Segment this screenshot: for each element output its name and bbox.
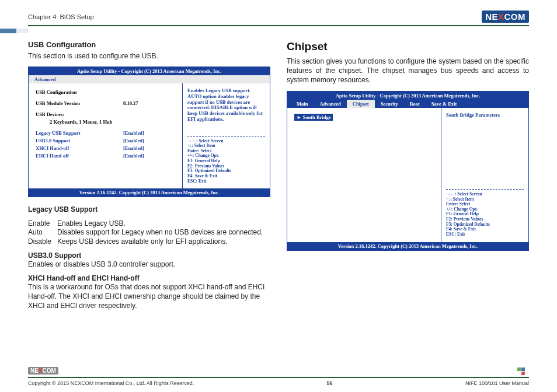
bios-footer-2: Version 2.16.1242. Copyright (C) 2013 Am…: [287, 242, 528, 250]
bios-menubar: Main Advanced Chipset Security Boot Save…: [287, 100, 528, 108]
bios-titlebar: Aptio Setup Utility - Copyright (C) 2013…: [29, 67, 270, 75]
bios-tab-chipset: Chipset: [347, 100, 375, 108]
bios-screenshot-usb: Aptio Setup Utility - Copyright (C) 2013…: [28, 66, 270, 197]
legacy-enable-key: Enable: [28, 219, 57, 229]
bios-tab-security: Security: [375, 100, 404, 108]
bios-mod-label: USB Module Version: [36, 100, 123, 106]
handoff-desc: This is a workaround for OSs that does n…: [28, 283, 264, 309]
usb-config-desc: This section is used to configure the US…: [28, 51, 270, 61]
footer-manual-name: NIFE 100/101 User Manual: [465, 380, 529, 386]
handoff-heading: XHCI Hand-off and EHCI Hand-off: [28, 274, 140, 282]
bios-legacy-label: Legacy USB Support: [36, 130, 123, 136]
bios-usb3-label: USB3.0 Support: [36, 138, 123, 144]
page-header: Chapter 4: BIOS Setup NEXCOM: [28, 10, 529, 26]
bios-section-header: USB Configuration: [36, 89, 123, 95]
footer-page-number: 56: [327, 380, 333, 386]
bios-mod-value: 8.10.27: [123, 100, 175, 106]
usb3-desc: Enables or disables USB 3.0 controller s…: [28, 260, 175, 268]
chipset-heading: Chipset: [287, 40, 529, 53]
bios-tab-advanced: Advanced: [314, 100, 346, 108]
usb3-heading: USB3.0 Support: [28, 251, 81, 260]
bios-screenshot-chipset: Aptio Setup Utility - Copyright (C) 2013…: [287, 91, 529, 251]
bios-titlebar-2: Aptio Setup Utility - Copyright (C) 2013…: [287, 92, 528, 100]
bios-footer: Version 2.16.1242. Copyright (C) 2013 Am…: [29, 188, 270, 197]
section-tab-decoration: [0, 29, 16, 33]
right-column: Chipset This section gives you functions…: [287, 40, 529, 315]
bios-submenu-advanced: Advanced: [29, 75, 270, 83]
footer-squares-icon: [517, 368, 529, 371]
bios-tab-main: Main: [291, 100, 314, 108]
bios-tab-boot: Boot: [404, 100, 426, 108]
bios-help-text: Enables Legacy USB support. AUTO option …: [187, 88, 265, 123]
chipset-desc: This section gives you functions to conf…: [287, 57, 529, 85]
bios-xhci-label: XHCI Hand-off: [36, 145, 123, 151]
bios-xhci-value: [Enabled]: [123, 145, 175, 151]
usb-config-heading: USB Configuration: [28, 40, 270, 49]
footer-logo: NEXCOM: [28, 368, 58, 374]
legacy-heading: Legacy USB Support: [28, 205, 98, 214]
bios-dev-value: 2 Keyboards, 1 Mouse, 1 Hub: [36, 119, 112, 125]
bios-south-bridge-item: ► South Bridge: [294, 114, 333, 121]
bios-key-legend: →←: Select Screen ↑↓: Select Item Enter:…: [187, 136, 265, 184]
bios-usb3-value: [Enabled]: [123, 138, 175, 144]
bios-key-legend-2: →←: Select Screen ↑↓: Select Item Enter:…: [446, 189, 524, 237]
bios-ehci-value: [Enabled]: [123, 153, 175, 159]
legacy-disable-key: Disable: [28, 237, 57, 247]
legacy-enable-val: Enables Legacy USB.: [57, 219, 126, 229]
chapter-label: Chapter 4: BIOS Setup: [28, 13, 94, 20]
page-footer: NEXCOM Copyright © 2015 NEXCOM Internati…: [28, 377, 529, 386]
bios-tab-save: Save & Exit: [426, 100, 462, 108]
bios-legacy-value: [Enabled]: [123, 130, 175, 136]
brand-logo: NEXCOM: [482, 10, 529, 23]
legacy-auto-key: Auto: [28, 228, 57, 237]
bios-help-text-2: South Bridge Parameters: [446, 113, 524, 118]
bios-ehci-label: EHCI Hand-off: [36, 153, 123, 159]
bios-dev-label: USB Devices:: [36, 111, 123, 117]
legacy-auto-val: Disables support for Legacy when no USB …: [57, 228, 263, 237]
legacy-disable-val: Keeps USB devices available only for EFI…: [57, 237, 228, 247]
footer-copyright: Copyright © 2015 NEXCOM International Co…: [28, 380, 194, 386]
left-column: USB Configuration This section is used t…: [28, 40, 270, 315]
